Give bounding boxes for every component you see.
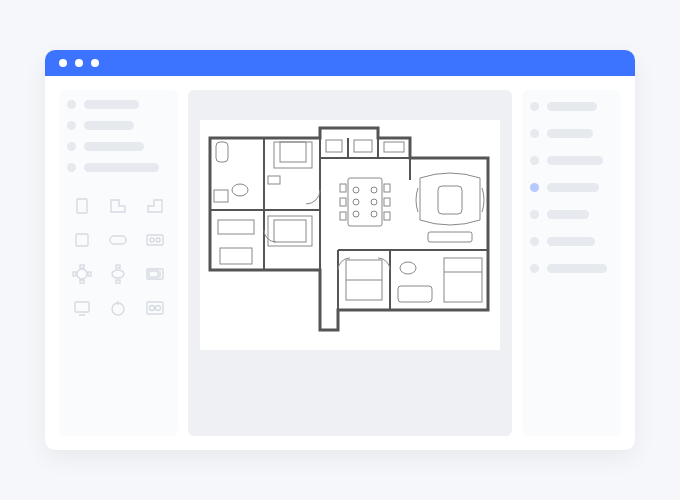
bullet-icon	[67, 100, 76, 109]
property-item[interactable]	[530, 102, 613, 111]
list-item[interactable]	[67, 121, 170, 130]
canvas-area	[188, 90, 512, 436]
app-window	[45, 50, 635, 450]
list-item[interactable]	[67, 100, 170, 109]
property-item[interactable]	[530, 183, 613, 192]
svg-rect-43	[218, 220, 254, 234]
bullet-icon	[530, 210, 539, 219]
svg-point-39	[232, 184, 248, 196]
shape-microwave-icon[interactable]	[140, 262, 170, 286]
svg-rect-42	[274, 220, 306, 242]
bullet-icon	[67, 142, 76, 151]
bullet-icon	[530, 129, 539, 138]
property-label-placeholder	[547, 129, 593, 138]
svg-rect-56	[340, 198, 346, 206]
list-label-placeholder	[84, 163, 159, 172]
window-control-dot[interactable]	[91, 59, 99, 67]
right-panel	[522, 90, 621, 436]
property-label-placeholder	[547, 102, 597, 111]
window-control-dot[interactable]	[59, 59, 67, 67]
shape-cooktop-icon[interactable]	[140, 296, 170, 320]
svg-point-51	[353, 199, 359, 205]
property-label-placeholder	[547, 264, 607, 273]
svg-rect-38	[216, 142, 228, 162]
svg-point-49	[353, 187, 359, 193]
svg-point-5	[156, 238, 160, 242]
app-body	[45, 76, 635, 450]
svg-point-50	[371, 187, 377, 193]
svg-rect-66	[398, 286, 432, 302]
bullet-icon	[530, 264, 539, 273]
svg-rect-17	[75, 302, 89, 312]
svg-rect-44	[220, 248, 252, 264]
property-item[interactable]	[530, 237, 613, 246]
svg-rect-46	[354, 140, 372, 152]
shape-l-b-icon[interactable]	[140, 194, 170, 218]
shape-l-a-icon[interactable]	[103, 194, 133, 218]
bullet-icon	[530, 102, 539, 111]
svg-rect-2	[110, 236, 126, 244]
svg-rect-0	[77, 199, 87, 213]
bullet-icon	[67, 121, 76, 130]
svg-rect-45	[326, 140, 342, 152]
svg-rect-12	[116, 265, 120, 268]
category-list	[67, 100, 170, 172]
shape-sink-icon[interactable]	[140, 228, 170, 252]
svg-rect-67	[444, 258, 482, 302]
svg-rect-36	[280, 142, 306, 162]
property-label-placeholder	[547, 210, 589, 219]
shape-oval-table-icon[interactable]	[103, 262, 133, 286]
svg-point-11	[112, 270, 124, 278]
svg-point-52	[371, 199, 377, 205]
shape-monitor-icon[interactable]	[67, 296, 97, 320]
svg-rect-55	[340, 184, 346, 192]
svg-rect-58	[384, 184, 390, 192]
shape-palette	[67, 194, 170, 320]
property-item[interactable]	[530, 156, 613, 165]
svg-rect-15	[149, 271, 158, 277]
svg-rect-8	[80, 280, 84, 283]
floorplan-canvas[interactable]	[200, 120, 500, 350]
bullet-icon	[67, 163, 76, 172]
property-label-placeholder	[547, 156, 603, 165]
shape-rounded-rect-icon[interactable]	[103, 228, 133, 252]
list-label-placeholder	[84, 121, 134, 130]
window-control-dot[interactable]	[75, 59, 83, 67]
svg-rect-57	[340, 212, 346, 220]
list-item[interactable]	[67, 142, 170, 151]
svg-rect-62	[428, 232, 472, 242]
svg-point-23	[155, 306, 160, 311]
svg-point-54	[371, 211, 377, 217]
svg-point-22	[149, 306, 154, 311]
svg-point-4	[150, 238, 154, 242]
list-label-placeholder	[84, 100, 139, 109]
property-label-placeholder	[547, 237, 595, 246]
svg-rect-10	[88, 272, 91, 276]
svg-rect-37	[268, 176, 280, 184]
shape-dial-icon[interactable]	[103, 296, 133, 320]
property-item[interactable]	[530, 129, 613, 138]
svg-rect-60	[384, 212, 390, 220]
bullet-icon	[530, 237, 539, 246]
svg-rect-47	[384, 142, 404, 152]
svg-rect-9	[73, 272, 76, 276]
svg-point-65	[400, 262, 416, 274]
titlebar	[45, 50, 635, 76]
svg-point-53	[353, 211, 359, 217]
svg-point-6	[77, 269, 87, 279]
svg-rect-7	[80, 265, 84, 268]
list-item[interactable]	[67, 163, 170, 172]
shape-rect-icon[interactable]	[67, 194, 97, 218]
property-item[interactable]	[530, 210, 613, 219]
svg-rect-1	[76, 234, 88, 246]
shape-square-icon[interactable]	[67, 228, 97, 252]
shape-round-table-icon[interactable]	[67, 262, 97, 286]
svg-rect-59	[384, 198, 390, 206]
property-item[interactable]	[530, 264, 613, 273]
property-label-placeholder	[547, 183, 599, 192]
list-label-placeholder	[84, 142, 144, 151]
svg-rect-13	[116, 280, 120, 283]
left-panel	[59, 90, 178, 436]
bullet-icon	[530, 183, 539, 192]
svg-rect-61	[438, 186, 462, 214]
